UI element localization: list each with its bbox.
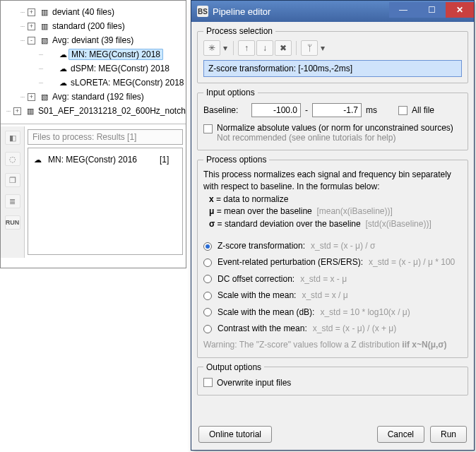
output-options-legend: Output options bbox=[203, 362, 264, 372]
expand-icon[interactable]: + bbox=[28, 8, 35, 16]
radio-button[interactable] bbox=[203, 308, 212, 316]
normalization-option[interactable]: Scale with the mean: x_std = x / μ bbox=[203, 290, 462, 302]
tree-item-label: sLORETA: MEG(Constr) 2018 bbox=[71, 78, 184, 88]
allfile-checkbox[interactable] bbox=[398, 106, 407, 115]
online-tutorial-button[interactable]: Online tutorial bbox=[198, 426, 272, 443]
radio-label: DC offset correction: bbox=[218, 273, 294, 285]
folder-icon: ▥ bbox=[25, 107, 35, 115]
process-options-intro: This process normalizes each signal and … bbox=[203, 169, 462, 194]
radio-button[interactable] bbox=[203, 242, 212, 251]
radio-button[interactable] bbox=[203, 292, 212, 300]
tree-item[interactable]: ┈+▧Avg: standard (192 files) bbox=[1, 90, 186, 104]
normalize-checkbox[interactable] bbox=[203, 124, 213, 133]
copy-icon[interactable]: ❐ bbox=[5, 173, 20, 187]
expand-icon[interactable]: + bbox=[28, 93, 35, 101]
tree-item[interactable]: ┈+▥standard (200 files) bbox=[1, 19, 186, 33]
baseline-from-input[interactable] bbox=[251, 103, 301, 117]
dropdown-icon[interactable]: ▾ bbox=[222, 40, 229, 56]
radio-button[interactable] bbox=[203, 258, 212, 267]
tree-item[interactable]: ┈☁MN: MEG(Constr) 2018 bbox=[1, 47, 186, 61]
tree-item[interactable]: ┈+▥S01_AEF_20131218_02_600Hz_notch bbox=[1, 104, 186, 118]
cloud-icon: ☁ bbox=[58, 78, 68, 87]
normalization-option[interactable]: Z-score transformation: x_std = (x - μ) … bbox=[203, 240, 462, 252]
radio-formula: x_std = (x - μ) / (x + μ) bbox=[313, 323, 397, 335]
files-toolbar: ◧ ◌ ❐ ≣ RUN bbox=[1, 126, 25, 258]
file-row[interactable]: ☁MN: MEG(Constr) 2016[1] bbox=[32, 153, 178, 167]
dropdown-icon[interactable]: ▾ bbox=[319, 40, 326, 56]
delete-icon[interactable]: ✖ bbox=[275, 40, 292, 56]
tree-item-label: dSPM: MEG(Constr) 2018 bbox=[71, 64, 169, 73]
radio-label: Scale with the mean (dB): bbox=[218, 307, 314, 319]
output-options-group: Output options Overwrite input files bbox=[197, 362, 468, 396]
zscore-warning: Warning: The "Z-score" values follow a Z… bbox=[203, 339, 462, 351]
file-label: MN: MEG(Constr) 2016 bbox=[48, 155, 154, 165]
radio-button[interactable] bbox=[203, 325, 212, 333]
cancel-button[interactable]: Cancel bbox=[377, 426, 424, 443]
collapse-icon[interactable]: - bbox=[28, 37, 35, 44]
run-button[interactable]: RUN bbox=[5, 215, 20, 230]
explorer-panel: ┈+▥deviant (40 files)┈+▥standard (200 fi… bbox=[0, 0, 186, 268]
normalization-option[interactable]: Scale with the mean (dB): x_std = 10 * l… bbox=[203, 307, 462, 319]
files-list: ☁MN: MEG(Constr) 2016[1] bbox=[28, 148, 183, 255]
process-options-legend: Process options bbox=[203, 155, 269, 165]
dash-label: - bbox=[305, 105, 308, 115]
refresh-icon[interactable]: ◌ bbox=[5, 152, 20, 166]
radio-formula: x_std = (x - μ) / σ bbox=[311, 240, 375, 252]
allfile-label: All file bbox=[412, 105, 434, 115]
radio-button[interactable] bbox=[203, 275, 212, 283]
tree-item[interactable]: ┈-▧Avg: deviant (39 files) bbox=[1, 33, 186, 47]
selected-process[interactable]: Z-score transformation: [-100ms,-2ms] bbox=[203, 60, 462, 77]
overwrite-label: Overwrite input files bbox=[217, 378, 291, 388]
tree-item[interactable]: ┈+▥deviant (40 files) bbox=[1, 5, 186, 19]
overwrite-checkbox[interactable] bbox=[203, 378, 213, 387]
folder-icon: ▥ bbox=[40, 8, 49, 16]
stack-icon[interactable]: ≣ bbox=[5, 194, 20, 208]
process-selection-legend: Process selection bbox=[203, 26, 275, 36]
radio-label: Scale with the mean: bbox=[218, 290, 296, 302]
avg-icon: ▧ bbox=[40, 93, 49, 101]
unit-label: ms bbox=[366, 105, 377, 115]
maximize-button[interactable]: ☐ bbox=[417, 2, 446, 18]
arrow-up-icon[interactable]: ↑ bbox=[238, 40, 255, 56]
def-x: = data to normalize bbox=[214, 194, 289, 204]
cloud-icon: ☁ bbox=[58, 64, 68, 73]
folder-icon: ▥ bbox=[40, 22, 49, 30]
tree-item-label: MN: MEG(Constr) 2018 bbox=[69, 49, 163, 60]
dialog-title: Pipeline editor bbox=[213, 6, 270, 17]
tree-item-label: Avg: standard (192 files) bbox=[52, 92, 144, 102]
baseline-to-input[interactable] bbox=[312, 103, 362, 117]
tree-item[interactable]: ┈☁dSPM: MEG(Constr) 2018 bbox=[1, 61, 186, 76]
arrow-down-icon[interactable]: ↓ bbox=[256, 40, 273, 56]
normalization-option[interactable]: DC offset correction: x_std = x - μ bbox=[203, 273, 462, 285]
normalize-hint: Not recommended (see online tutorials fo… bbox=[217, 133, 453, 143]
normalization-option[interactable]: Event-related perturbation (ERS/ERS): x_… bbox=[203, 256, 462, 268]
tree-item-label: deviant (40 files) bbox=[52, 7, 114, 17]
gear-icon[interactable]: ✳ bbox=[203, 40, 220, 56]
minimize-button[interactable]: — bbox=[389, 2, 417, 18]
cloud-icon: ☁ bbox=[32, 155, 42, 164]
radio-label: Z-score transformation: bbox=[218, 240, 305, 252]
avg-icon: ▧ bbox=[40, 36, 49, 44]
expand-icon[interactable]: + bbox=[13, 107, 21, 115]
run-dialog-button[interactable]: Run bbox=[430, 426, 467, 443]
filter-icon[interactable]: ◧ bbox=[5, 131, 20, 145]
file-count: [1] bbox=[160, 155, 169, 165]
input-options-group: Input options Baseline: - ms All file No… bbox=[197, 88, 468, 150]
def-sigma: = standard deviation over the baseline bbox=[215, 219, 360, 229]
radio-formula: x_std = x / μ bbox=[302, 290, 347, 302]
files-area: ◧ ◌ ❐ ≣ RUN Files to process: Results [1… bbox=[1, 126, 186, 258]
cloud-icon: ☁ bbox=[58, 50, 68, 59]
tree-item[interactable]: ┈☁sLORETA: MEG(Constr) 2018 bbox=[1, 76, 186, 90]
expand-icon[interactable]: + bbox=[28, 23, 35, 30]
titlebar[interactable]: BS Pipeline editor — ☐ ✕ bbox=[191, 1, 474, 22]
formula-mu: [mean(x(iBaseline))] bbox=[316, 206, 392, 216]
close-button[interactable]: ✕ bbox=[446, 2, 474, 18]
formula-sigma: [std(x(iBaseline))] bbox=[365, 219, 431, 229]
normalization-option[interactable]: Contrast with the mean: x_std = (x - μ) … bbox=[203, 323, 462, 335]
normalize-label: Normalize absolute values (or norm for u… bbox=[217, 123, 453, 133]
radio-formula: x_std = (x - μ) / μ * 100 bbox=[369, 256, 455, 268]
sym-x: x bbox=[209, 194, 214, 204]
tree-item-label: Avg: deviant (39 files) bbox=[52, 35, 133, 45]
app-icon: BS bbox=[197, 6, 208, 17]
tree-icon[interactable]: ᛘ bbox=[301, 40, 318, 56]
